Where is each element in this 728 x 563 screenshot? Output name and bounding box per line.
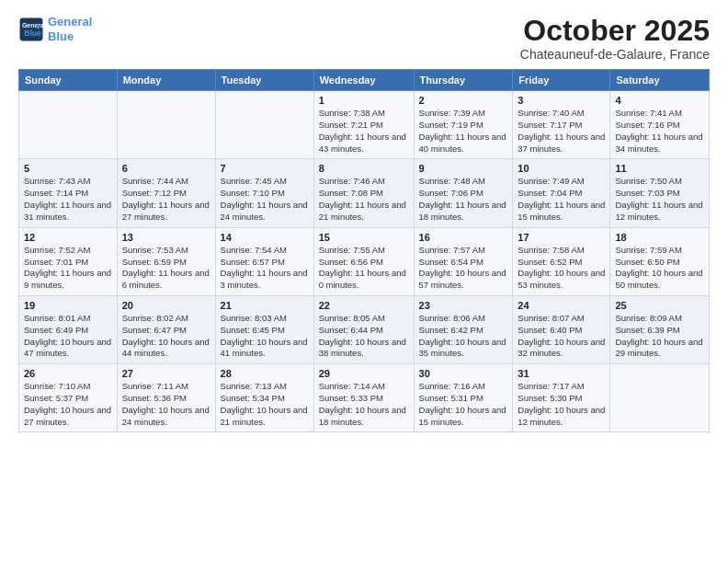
- svg-text:Blue: Blue: [24, 29, 41, 38]
- day-number: 18: [615, 232, 704, 243]
- day-number: 1: [319, 95, 409, 106]
- day-info: Sunrise: 8:05 AM Sunset: 6:44 PM Dayligh…: [319, 313, 409, 360]
- day-number: 8: [319, 163, 409, 174]
- calendar-cell: 21Sunrise: 8:03 AM Sunset: 6:45 PM Dayli…: [215, 295, 313, 363]
- day-info: Sunrise: 8:03 AM Sunset: 6:45 PM Dayligh…: [221, 313, 309, 360]
- day-number: 7: [221, 163, 309, 174]
- day-number: 5: [24, 163, 112, 174]
- day-number: 17: [518, 232, 605, 243]
- header: General Blue General Blue October 2025 C…: [18, 15, 710, 62]
- day-number: 30: [419, 368, 508, 379]
- col-header-wednesday: Wednesday: [313, 70, 414, 91]
- calendar-cell: 8Sunrise: 7:46 AM Sunset: 7:08 PM Daylig…: [313, 159, 414, 227]
- logo: General Blue General Blue: [18, 15, 92, 43]
- day-info: Sunrise: 7:49 AM Sunset: 7:04 PM Dayligh…: [518, 176, 605, 223]
- day-number: 3: [518, 95, 605, 106]
- day-info: Sunrise: 7:41 AM Sunset: 7:16 PM Dayligh…: [615, 108, 704, 155]
- calendar-cell: [117, 91, 215, 159]
- day-info: Sunrise: 8:01 AM Sunset: 6:49 PM Dayligh…: [24, 313, 112, 360]
- calendar-cell: 29Sunrise: 7:14 AM Sunset: 5:33 PM Dayli…: [313, 364, 414, 432]
- day-info: Sunrise: 7:53 AM Sunset: 6:59 PM Dayligh…: [122, 245, 210, 292]
- day-number: 29: [319, 368, 409, 379]
- calendar-week-1: 1Sunrise: 7:38 AM Sunset: 7:21 PM Daylig…: [19, 91, 710, 159]
- calendar-cell: 14Sunrise: 7:54 AM Sunset: 6:57 PM Dayli…: [215, 227, 313, 295]
- day-number: 6: [122, 163, 210, 174]
- day-number: 12: [24, 232, 112, 243]
- day-number: 22: [319, 300, 409, 311]
- day-number: 19: [24, 300, 112, 311]
- day-info: Sunrise: 7:11 AM Sunset: 5:36 PM Dayligh…: [122, 381, 210, 428]
- calendar-cell: 16Sunrise: 7:57 AM Sunset: 6:54 PM Dayli…: [414, 227, 513, 295]
- day-info: Sunrise: 7:39 AM Sunset: 7:19 PM Dayligh…: [419, 108, 508, 155]
- day-info: Sunrise: 8:06 AM Sunset: 6:42 PM Dayligh…: [419, 313, 508, 360]
- day-number: 27: [122, 368, 210, 379]
- logo-text: General Blue: [48, 15, 92, 43]
- day-info: Sunrise: 7:52 AM Sunset: 7:01 PM Dayligh…: [24, 245, 112, 292]
- day-info: Sunrise: 7:13 AM Sunset: 5:34 PM Dayligh…: [221, 381, 309, 428]
- calendar-cell: [19, 91, 118, 159]
- day-info: Sunrise: 7:55 AM Sunset: 6:56 PM Dayligh…: [319, 245, 409, 292]
- calendar-cell: 12Sunrise: 7:52 AM Sunset: 7:01 PM Dayli…: [19, 227, 118, 295]
- page-title: October 2025: [520, 15, 710, 47]
- day-info: Sunrise: 8:02 AM Sunset: 6:47 PM Dayligh…: [122, 313, 210, 360]
- day-info: Sunrise: 7:58 AM Sunset: 6:52 PM Dayligh…: [518, 245, 605, 292]
- day-number: 14: [221, 232, 309, 243]
- day-number: 28: [221, 368, 309, 379]
- logo-icon: General Blue: [18, 17, 44, 42]
- calendar-cell: 3Sunrise: 7:40 AM Sunset: 7:17 PM Daylig…: [513, 91, 610, 159]
- calendar-cell: 22Sunrise: 8:05 AM Sunset: 6:44 PM Dayli…: [313, 295, 414, 363]
- col-header-monday: Monday: [117, 70, 215, 91]
- calendar-cell: 15Sunrise: 7:55 AM Sunset: 6:56 PM Dayli…: [313, 227, 414, 295]
- calendar-cell: 20Sunrise: 8:02 AM Sunset: 6:47 PM Dayli…: [117, 295, 215, 363]
- calendar-cell: 10Sunrise: 7:49 AM Sunset: 7:04 PM Dayli…: [513, 159, 610, 227]
- calendar-cell: 7Sunrise: 7:45 AM Sunset: 7:10 PM Daylig…: [215, 159, 313, 227]
- day-number: 21: [221, 300, 309, 311]
- calendar-cell: 9Sunrise: 7:48 AM Sunset: 7:06 PM Daylig…: [414, 159, 513, 227]
- calendar-cell: 19Sunrise: 8:01 AM Sunset: 6:49 PM Dayli…: [19, 295, 118, 363]
- col-header-sunday: Sunday: [19, 70, 118, 91]
- calendar-cell: 27Sunrise: 7:11 AM Sunset: 5:36 PM Dayli…: [117, 364, 215, 432]
- col-header-tuesday: Tuesday: [215, 70, 313, 91]
- day-info: Sunrise: 8:07 AM Sunset: 6:40 PM Dayligh…: [518, 313, 605, 360]
- col-header-friday: Friday: [513, 70, 610, 91]
- day-number: 16: [419, 232, 508, 243]
- day-info: Sunrise: 7:50 AM Sunset: 7:03 PM Dayligh…: [615, 176, 704, 223]
- day-number: 25: [615, 300, 704, 311]
- day-number: 4: [615, 95, 704, 106]
- day-number: 10: [518, 163, 605, 174]
- day-number: 13: [122, 232, 210, 243]
- calendar-cell: [215, 91, 313, 159]
- day-info: Sunrise: 7:46 AM Sunset: 7:08 PM Dayligh…: [319, 176, 409, 223]
- calendar-cell: 30Sunrise: 7:16 AM Sunset: 5:31 PM Dayli…: [414, 364, 513, 432]
- calendar-cell: 13Sunrise: 7:53 AM Sunset: 6:59 PM Dayli…: [117, 227, 215, 295]
- day-number: 31: [518, 368, 605, 379]
- calendar-table: SundayMondayTuesdayWednesdayThursdayFrid…: [18, 69, 710, 432]
- day-number: 24: [518, 300, 605, 311]
- day-info: Sunrise: 7:45 AM Sunset: 7:10 PM Dayligh…: [221, 176, 309, 223]
- calendar-cell: 18Sunrise: 7:59 AM Sunset: 6:50 PM Dayli…: [610, 227, 710, 295]
- calendar-cell: 31Sunrise: 7:17 AM Sunset: 5:30 PM Dayli…: [513, 364, 610, 432]
- day-info: Sunrise: 7:43 AM Sunset: 7:14 PM Dayligh…: [24, 176, 112, 223]
- calendar-cell: 2Sunrise: 7:39 AM Sunset: 7:19 PM Daylig…: [414, 91, 513, 159]
- calendar-cell: 4Sunrise: 7:41 AM Sunset: 7:16 PM Daylig…: [610, 91, 710, 159]
- day-info: Sunrise: 7:38 AM Sunset: 7:21 PM Dayligh…: [319, 108, 409, 155]
- day-info: Sunrise: 7:14 AM Sunset: 5:33 PM Dayligh…: [319, 381, 409, 428]
- day-info: Sunrise: 7:16 AM Sunset: 5:31 PM Dayligh…: [419, 381, 508, 428]
- calendar-cell: 28Sunrise: 7:13 AM Sunset: 5:34 PM Dayli…: [215, 364, 313, 432]
- calendar-cell: 25Sunrise: 8:09 AM Sunset: 6:39 PM Dayli…: [610, 295, 710, 363]
- calendar-week-2: 5Sunrise: 7:43 AM Sunset: 7:14 PM Daylig…: [19, 159, 710, 227]
- day-info: Sunrise: 7:48 AM Sunset: 7:06 PM Dayligh…: [419, 176, 508, 223]
- page-subtitle: Chateauneuf-de-Galaure, France: [520, 47, 710, 62]
- calendar-week-5: 26Sunrise: 7:10 AM Sunset: 5:37 PM Dayli…: [19, 364, 710, 432]
- day-info: Sunrise: 7:59 AM Sunset: 6:50 PM Dayligh…: [615, 245, 704, 292]
- calendar-cell: 1Sunrise: 7:38 AM Sunset: 7:21 PM Daylig…: [313, 91, 414, 159]
- day-number: 15: [319, 232, 409, 243]
- col-header-saturday: Saturday: [610, 70, 710, 91]
- day-number: 2: [419, 95, 508, 106]
- calendar-cell: 24Sunrise: 8:07 AM Sunset: 6:40 PM Dayli…: [513, 295, 610, 363]
- day-info: Sunrise: 7:40 AM Sunset: 7:17 PM Dayligh…: [518, 108, 605, 155]
- page-container: General Blue General Blue October 2025 C…: [0, 0, 728, 442]
- day-info: Sunrise: 7:44 AM Sunset: 7:12 PM Dayligh…: [122, 176, 210, 223]
- calendar-week-3: 12Sunrise: 7:52 AM Sunset: 7:01 PM Dayli…: [19, 227, 710, 295]
- day-number: 26: [24, 368, 112, 379]
